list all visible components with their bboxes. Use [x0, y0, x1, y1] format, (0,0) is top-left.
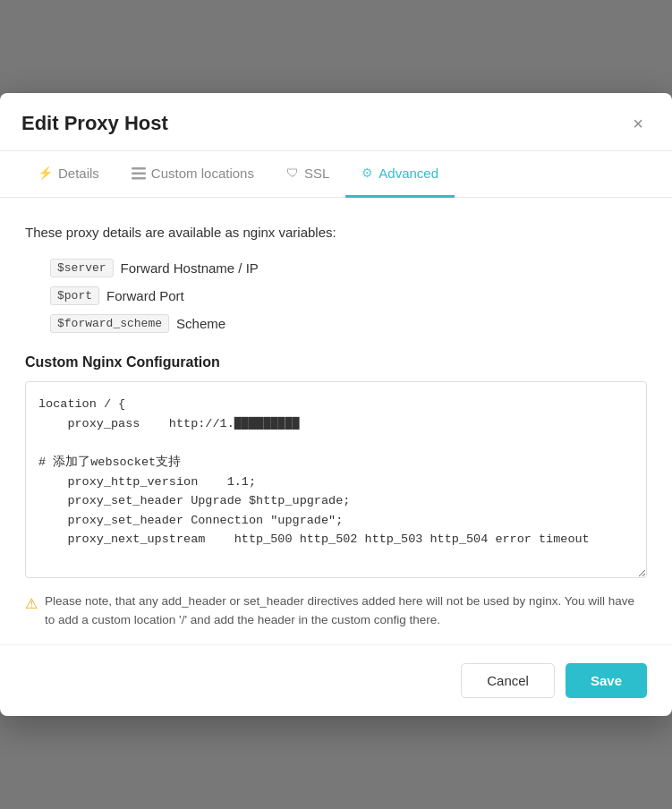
tab-advanced[interactable]: ⚙ Advanced — [345, 151, 455, 198]
tab-bar: ⚡ Details Custom locations 🛡 SSL ⚙ — [0, 151, 672, 198]
warning-text: Please note, that any add_header or set_… — [45, 592, 647, 630]
variable-item-forward-scheme: $forward_scheme Scheme — [50, 314, 647, 333]
warning-note: ⚠ Please note, that any add_header or se… — [25, 592, 647, 630]
variable-item-port: $port Forward Port — [50, 286, 647, 305]
variables-description: These proxy details are available as ngi… — [25, 223, 647, 243]
svg-rect-1 — [132, 173, 146, 175]
modal-backdrop: Edit Proxy Host × ⚡ Details Custom locat… — [0, 0, 672, 809]
close-button[interactable]: × — [625, 111, 651, 136]
custom-locations-icon — [132, 166, 146, 180]
modal: Edit Proxy Host × ⚡ Details Custom locat… — [0, 93, 672, 716]
variable-item-server: $server Forward Hostname / IP — [50, 259, 647, 277]
tab-ssl[interactable]: 🛡 SSL — [270, 151, 345, 198]
variable-desc-port: Forward Port — [106, 288, 184, 303]
config-section-title: Custom Nginx Configuration — [25, 354, 647, 370]
ssl-icon: 🛡 — [286, 166, 299, 180]
tab-custom-locations-label: Custom locations — [151, 166, 254, 181]
variable-code-port: $port — [50, 286, 99, 305]
modal-footer: Cancel Save — [0, 644, 672, 716]
tab-ssl-label: SSL — [304, 166, 329, 181]
variable-desc-server: Forward Hostname / IP — [121, 260, 259, 276]
svg-rect-2 — [132, 177, 146, 180]
warning-icon: ⚠ — [25, 593, 38, 616]
modal-title: Edit Proxy Host — [21, 112, 168, 135]
modal-header: Edit Proxy Host × — [0, 93, 672, 151]
variable-code-server: $server — [50, 259, 114, 277]
variable-desc-forward-scheme: Scheme — [176, 316, 225, 331]
tab-details[interactable]: ⚡ Details — [21, 151, 115, 198]
cancel-button[interactable]: Cancel — [461, 663, 555, 698]
svg-rect-0 — [132, 167, 146, 170]
details-icon: ⚡ — [38, 166, 53, 180]
modal-body: These proxy details are available as ngi… — [0, 198, 672, 644]
tab-custom-locations[interactable]: Custom locations — [115, 151, 270, 198]
variables-list: $server Forward Hostname / IP $port Forw… — [25, 259, 647, 333]
variable-code-forward-scheme: $forward_scheme — [50, 314, 169, 333]
nginx-config-editor[interactable]: location / { proxy_pass http://1.███████… — [25, 381, 647, 578]
advanced-icon: ⚙ — [362, 166, 373, 180]
tab-advanced-label: Advanced — [379, 166, 438, 181]
tab-details-label: Details — [58, 166, 99, 181]
save-button[interactable]: Save — [566, 663, 647, 698]
